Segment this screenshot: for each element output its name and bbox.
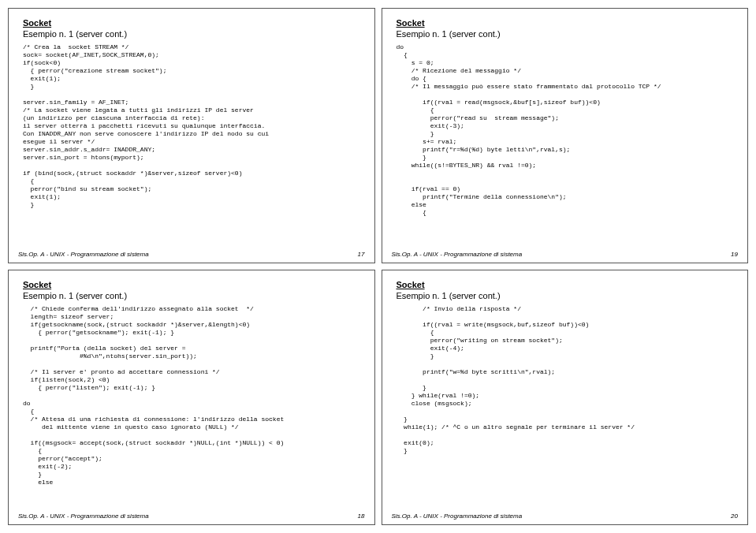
page-number: 17 — [358, 251, 365, 258]
footer-text: Sis.Op. A - UNIX - Programmazione di sis… — [18, 251, 149, 258]
section-title: Socket — [397, 280, 734, 289]
section-title: Socket — [23, 18, 360, 28]
slide-18: Socket Esempio n. 1 (server cont.) /* Ch… — [8, 270, 375, 525]
code-block: do { s = 0; /* Ricezione del messaggio *… — [397, 43, 734, 217]
code-block: /* Crea la socket STREAM */ sock= socket… — [23, 43, 360, 209]
section-title: Socket — [23, 280, 360, 289]
code-block: /* Chiede conferma dell'indirizzo assegn… — [23, 305, 360, 486]
slide-19: Socket Esempio n. 1 (server cont.) do { … — [382, 8, 749, 263]
section-title: Socket — [397, 18, 734, 28]
page-number: 19 — [731, 251, 738, 258]
footer-text: Sis.Op. A - UNIX - Programmazione di sis… — [18, 512, 149, 520]
page-number: 20 — [731, 512, 738, 520]
footer-text: Sis.Op. A - UNIX - Programmazione di sis… — [392, 512, 523, 520]
footer-text: Sis.Op. A - UNIX - Programmazione di sis… — [392, 251, 523, 258]
slide-footer: Sis.Op. A - UNIX - Programmazione di sis… — [392, 251, 739, 258]
example-title: Esempio n. 1 (server cont.) — [23, 291, 360, 300]
slide-grid: Socket Esempio n. 1 (server cont.) /* Cr… — [0, 0, 756, 533]
slide-footer: Sis.Op. A - UNIX - Programmazione di sis… — [18, 512, 365, 520]
slide-footer: Sis.Op. A - UNIX - Programmazione di sis… — [392, 512, 739, 520]
example-title: Esempio n. 1 (server cont.) — [397, 29, 734, 39]
slide-footer: Sis.Op. A - UNIX - Programmazione di sis… — [18, 251, 365, 258]
slide-17: Socket Esempio n. 1 (server cont.) /* Cr… — [8, 8, 375, 263]
example-title: Esempio n. 1 (server cont.) — [23, 29, 360, 39]
page-number: 18 — [358, 512, 365, 520]
slide-20: Socket Esempio n. 1 (server cont.) /* In… — [382, 270, 749, 525]
example-title: Esempio n. 1 (server cont.) — [397, 291, 734, 300]
code-block: /* Invio della risposta */ if((rval = wr… — [397, 305, 734, 455]
